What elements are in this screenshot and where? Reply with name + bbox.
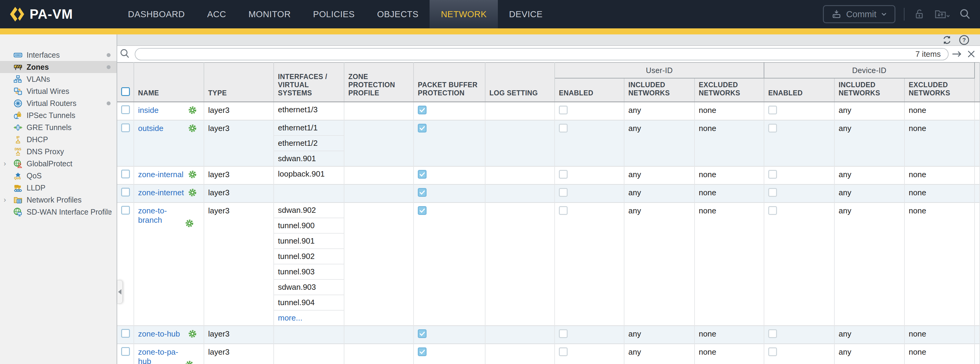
col-userid-included[interactable]: INCLUDED NETWORKS	[624, 78, 695, 102]
packet-buffer-checkbox[interactable]	[418, 329, 426, 338]
zone-link[interactable]: outside	[138, 124, 164, 133]
filter-clear-icon[interactable]	[966, 48, 977, 60]
col-deviceid-excluded[interactable]: EXCLUDED NETWORKS	[904, 78, 975, 102]
global-find-icon[interactable]	[958, 8, 972, 21]
userid-enabled-checkbox[interactable]	[559, 170, 568, 179]
packet-buffer-checkbox[interactable]	[418, 347, 426, 356]
tab-policies[interactable]: POLICIES	[302, 0, 366, 28]
userid-enabled-checkbox[interactable]	[559, 329, 568, 338]
filter-input[interactable]	[143, 49, 915, 59]
sidebar-item-dns-proxy[interactable]: DNSDNS Proxy	[0, 146, 117, 158]
sidebar-item-vlans[interactable]: VLANs	[0, 73, 117, 85]
deviceid-excluded-cell: none	[904, 102, 975, 120]
row-select-checkbox[interactable]	[121, 347, 130, 356]
zone-link[interactable]: zone-to-hub	[138, 329, 180, 338]
sidebar-collapse-handle[interactable]	[117, 280, 123, 304]
deviceid-included-cell: any	[834, 120, 904, 166]
sidebar-item-globalprotect[interactable]: ›GlobalProtect	[0, 158, 117, 169]
col-log-setting[interactable]: LOG SETTING	[485, 62, 555, 102]
userid-enabled-checkbox[interactable]	[559, 188, 568, 197]
spacer-cell	[975, 326, 980, 344]
deviceid-enabled-checkbox[interactable]	[768, 170, 777, 179]
row-select-checkbox[interactable]	[121, 329, 130, 338]
zone-link[interactable]: zone-internal	[138, 170, 183, 179]
sidebar-item-lldp[interactable]: LLDP	[0, 182, 117, 194]
log-setting-cell	[485, 102, 555, 120]
zone-link[interactable]: zone-to-pa-hub	[138, 347, 178, 364]
refresh-icon[interactable]	[941, 35, 953, 46]
more-link[interactable]: more...	[278, 313, 302, 322]
tab-acc[interactable]: ACC	[196, 0, 237, 28]
tab-monitor[interactable]: MONITOR	[237, 0, 302, 28]
tab-network[interactable]: NETWORK	[430, 0, 498, 28]
deviceid-enabled-cell	[764, 344, 834, 364]
packet-buffer-checkbox[interactable]	[418, 106, 426, 114]
sidebar-item-virtual-routers[interactable]: Virtual Routers	[0, 97, 117, 109]
sidebar-item-dhcp[interactable]: IPDHCP	[0, 133, 117, 146]
deviceid-enabled-checkbox[interactable]	[768, 106, 777, 114]
row-select-checkbox[interactable]	[121, 188, 130, 196]
userid-enabled-checkbox[interactable]	[559, 347, 568, 356]
deviceid-enabled-checkbox[interactable]	[768, 206, 777, 215]
zone-link[interactable]: inside	[138, 106, 159, 115]
userid-enabled-checkbox[interactable]	[559, 106, 568, 114]
zone-link[interactable]: zone-to-branch	[138, 206, 167, 225]
col-deviceid-enabled[interactable]: ENABLED	[764, 78, 834, 102]
sidebar-item-gre-tunnels[interactable]: GRE Tunnels	[0, 121, 117, 133]
userid-enabled-checkbox[interactable]	[559, 124, 568, 133]
zone-link[interactable]: zone-internet	[138, 188, 184, 197]
packet-buffer-checkbox[interactable]	[418, 170, 426, 179]
interface-item: ethernet1/1	[274, 120, 344, 135]
tab-device[interactable]: DEVICE	[498, 0, 554, 28]
sidebar-item-sd-wan-interface-profile[interactable]: SD-WAN Interface Profile	[0, 206, 117, 218]
deviceid-enabled-checkbox[interactable]	[768, 124, 777, 133]
col-userid-enabled[interactable]: ENABLED	[555, 78, 624, 102]
packet-buffer-checkbox[interactable]	[418, 188, 426, 197]
config-push-icon[interactable]	[934, 8, 950, 21]
sidebar-item-zones[interactable]: Zones	[0, 61, 117, 73]
sidebar-item-ipsec-tunnels[interactable]: IPSec Tunnels	[0, 109, 117, 121]
userid-enabled-checkbox[interactable]	[559, 206, 568, 215]
deviceid-enabled-checkbox[interactable]	[768, 329, 777, 338]
row-select-checkbox[interactable]	[121, 206, 130, 215]
col-type[interactable]: TYPE	[204, 62, 274, 102]
deviceid-enabled-checkbox[interactable]	[768, 347, 777, 356]
zone-row-outside: outside layer3ethernet1/1ethernet1/2sdwa…	[117, 120, 980, 166]
row-select-checkbox[interactable]	[121, 123, 130, 132]
zone-row-zone-internet: zone-internet layer3anynoneanynone	[117, 184, 980, 203]
sidebar-item-label: LLDP	[27, 184, 46, 192]
col-deviceid-included[interactable]: INCLUDED NETWORKS	[834, 78, 904, 102]
chevron-right-icon[interactable]: ›	[4, 196, 6, 204]
deviceid-enabled-checkbox[interactable]	[768, 188, 777, 197]
col-packet-buffer[interactable]: PACKET BUFFER PROTECTION	[414, 62, 485, 102]
tab-objects[interactable]: OBJECTS	[366, 0, 430, 28]
row-select-checkbox[interactable]	[121, 105, 130, 114]
deviceid-enabled-cell	[764, 120, 834, 166]
sidebar-item-label: DHCP	[27, 135, 48, 144]
sidebar-item-qos[interactable]: QoSQoS	[0, 169, 117, 182]
tab-dashboard[interactable]: DASHBOARD	[117, 0, 196, 28]
packet-buffer-checkbox[interactable]	[418, 206, 426, 215]
col-name[interactable]: NAME	[134, 62, 204, 102]
col-zone-protection[interactable]: ZONE PROTECTION PROFILE	[344, 62, 414, 102]
commit-button[interactable]: Commit	[823, 5, 896, 23]
chevron-right-icon[interactable]: ›	[4, 159, 6, 168]
packet-buffer-checkbox[interactable]	[418, 124, 426, 133]
sidebar-item-virtual-wires[interactable]: Virtual Wires	[0, 85, 117, 97]
sidebar-item-network-profiles[interactable]: ›Network Profiles	[0, 194, 117, 206]
row-select-checkbox[interactable]	[121, 169, 130, 178]
select-all-checkbox[interactable]	[121, 87, 130, 96]
packet-buffer-cell	[414, 344, 485, 364]
zone-config-gear-icon	[188, 329, 197, 340]
sidebar-item-label: Zones	[27, 63, 49, 71]
log-setting-cell	[485, 326, 555, 344]
lock-icon[interactable]	[913, 8, 926, 21]
sidebar-item-interfaces[interactable]: Interfaces	[0, 49, 117, 61]
col-interfaces[interactable]: INTERFACES / VIRTUAL SYSTEMS	[274, 62, 344, 102]
col-userid-excluded[interactable]: EXCLUDED NETWORKS	[695, 78, 764, 102]
zone-config-gear-icon	[188, 124, 197, 135]
row-select-cell	[117, 344, 134, 364]
help-icon[interactable]: ?	[959, 35, 970, 46]
userid-included-cell: any	[624, 344, 695, 364]
filter-apply-icon[interactable]	[951, 48, 963, 60]
